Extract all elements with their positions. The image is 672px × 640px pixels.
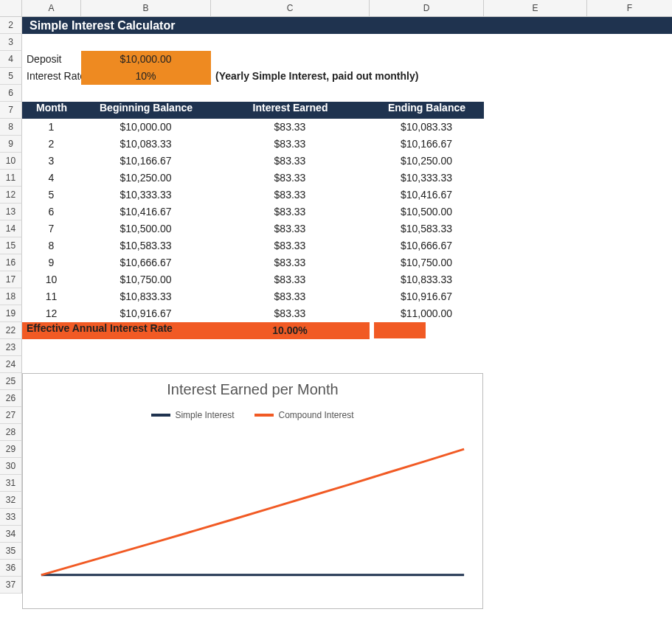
table-cell[interactable]: $10,166.67	[370, 136, 484, 153]
table-cell[interactable]: $10,416.67	[370, 187, 484, 204]
table-cell[interactable]: $10,500.00	[81, 220, 211, 237]
table-cell[interactable]: $83.33	[211, 254, 370, 271]
table-cell[interactable]: $83.33	[211, 170, 370, 187]
row-head[interactable]: 5	[0, 68, 22, 85]
empty-cell[interactable]	[484, 204, 672, 220]
empty-cell[interactable]	[484, 254, 672, 271]
empty-cell[interactable]	[211, 51, 672, 68]
table-cell[interactable]: 12	[22, 305, 81, 322]
empty-cell[interactable]	[587, 68, 672, 85]
row-head[interactable]: 30	[0, 458, 22, 475]
empty-cell[interactable]	[484, 119, 672, 136]
row-head[interactable]: 10	[0, 153, 22, 170]
row-head[interactable]: 8	[0, 119, 22, 136]
row-head[interactable]: 31	[0, 475, 22, 492]
row-head[interactable]: 34	[0, 526, 22, 543]
row-head[interactable]: 29	[0, 441, 22, 458]
row-head[interactable]: 24	[0, 356, 22, 373]
empty-cell[interactable]	[22, 85, 672, 102]
table-cell[interactable]: $83.33	[211, 271, 370, 288]
table-cell[interactable]: $10,916.67	[81, 305, 211, 322]
row-head[interactable]: 2	[0, 17, 22, 34]
row-head[interactable]: 22	[0, 322, 22, 339]
row-head[interactable]: 15	[0, 237, 22, 254]
table-cell[interactable]: 8	[22, 237, 81, 254]
table-cell[interactable]: $83.33	[211, 187, 370, 204]
empty-cell[interactable]	[484, 170, 672, 187]
table-cell[interactable]: $10,000.00	[81, 119, 211, 136]
table-cell[interactable]: $83.33	[211, 136, 370, 153]
table-cell[interactable]: 6	[22, 204, 81, 220]
col-head-e[interactable]: E	[484, 0, 587, 17]
row-head[interactable]: 33	[0, 509, 22, 526]
table-cell[interactable]: 9	[22, 254, 81, 271]
col-head-f[interactable]: F	[587, 0, 672, 17]
table-cell[interactable]: $10,416.67	[81, 204, 211, 220]
row-head[interactable]: 4	[0, 51, 22, 68]
table-cell[interactable]: $10,750.00	[81, 271, 211, 288]
row-head[interactable]: 35	[0, 543, 22, 560]
row-head[interactable]: 12	[0, 187, 22, 204]
row-head[interactable]: 6	[0, 85, 22, 102]
table-cell[interactable]: $10,916.67	[370, 288, 484, 305]
table-cell[interactable]: 11	[22, 288, 81, 305]
empty-cell[interactable]	[22, 356, 672, 373]
table-cell[interactable]: $10,666.67	[81, 254, 211, 271]
row-head[interactable]: 37	[0, 577, 22, 594]
empty-cell[interactable]	[484, 271, 672, 288]
table-cell[interactable]: $11,000.00	[370, 305, 484, 322]
col-head-c[interactable]: C	[211, 0, 370, 17]
deposit-input[interactable]: $10,000.00	[81, 51, 211, 68]
row-head[interactable]: 23	[0, 339, 22, 356]
table-cell[interactable]: 5	[22, 187, 81, 204]
empty-cell[interactable]	[484, 102, 672, 119]
col-head-d[interactable]: D	[370, 0, 484, 17]
table-cell[interactable]: $10,833.33	[370, 271, 484, 288]
row-head[interactable]: 32	[0, 492, 22, 509]
rate-input[interactable]: 10%	[81, 68, 211, 85]
empty-cell[interactable]	[484, 136, 672, 153]
table-cell[interactable]: $83.33	[211, 119, 370, 136]
row-head[interactable]: 25	[0, 373, 22, 390]
table-cell[interactable]: $83.33	[211, 237, 370, 254]
table-cell[interactable]: $10,666.67	[370, 237, 484, 254]
empty-cell[interactable]	[484, 220, 672, 237]
empty-cell[interactable]	[484, 288, 672, 305]
empty-cell[interactable]	[22, 34, 672, 51]
table-cell[interactable]: 3	[22, 153, 81, 170]
row-head[interactable]: 26	[0, 390, 22, 407]
row-head[interactable]: 14	[0, 220, 22, 237]
table-cell[interactable]: $10,166.67	[81, 153, 211, 170]
table-cell[interactable]: $10,083.33	[81, 136, 211, 153]
table-cell[interactable]: $10,750.00	[370, 254, 484, 271]
table-cell[interactable]: $83.33	[211, 305, 370, 322]
empty-cell[interactable]	[484, 305, 672, 322]
empty-cell[interactable]	[484, 322, 672, 339]
table-cell[interactable]: 1	[22, 119, 81, 136]
row-head[interactable]: 3	[0, 34, 22, 51]
table-cell[interactable]: 10	[22, 271, 81, 288]
table-cell[interactable]: $10,333.33	[370, 170, 484, 187]
row-head[interactable]: 7	[0, 102, 22, 119]
empty-cell[interactable]	[22, 339, 672, 356]
row-head[interactable]: 9	[0, 136, 22, 153]
col-head-b[interactable]: B	[81, 0, 211, 17]
table-cell[interactable]: $83.33	[211, 204, 370, 220]
table-cell[interactable]: 7	[22, 220, 81, 237]
table-cell[interactable]: 4	[22, 170, 81, 187]
table-cell[interactable]: $83.33	[211, 288, 370, 305]
table-cell[interactable]: $10,500.00	[370, 204, 484, 220]
table-cell[interactable]: $10,833.33	[81, 288, 211, 305]
table-cell[interactable]: $10,250.00	[81, 170, 211, 187]
table-cell[interactable]: 2	[22, 136, 81, 153]
empty-cell[interactable]	[484, 153, 672, 170]
row-head[interactable]: 28	[0, 424, 22, 441]
table-cell[interactable]: $10,250.00	[370, 153, 484, 170]
table-cell[interactable]: $10,083.33	[370, 119, 484, 136]
empty-cell[interactable]	[484, 237, 672, 254]
table-cell[interactable]: $10,583.33	[81, 237, 211, 254]
row-head[interactable]: 27	[0, 407, 22, 424]
row-head[interactable]: 11	[0, 170, 22, 187]
row-head[interactable]: 17	[0, 271, 22, 288]
table-cell[interactable]: $10,583.33	[370, 220, 484, 237]
